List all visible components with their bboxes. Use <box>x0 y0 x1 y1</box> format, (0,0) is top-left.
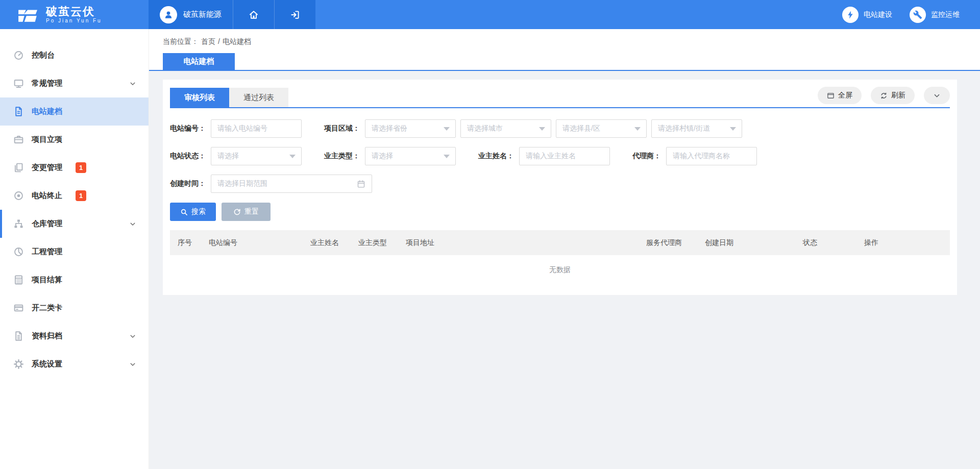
briefcase-icon <box>13 134 24 145</box>
monitor-icon <box>13 78 24 89</box>
sidebar-item-calculator[interactable]: 项目结算 <box>0 266 149 294</box>
nav-monitor-ops[interactable]: 监控运维 <box>910 7 960 23</box>
company-name: 破茧新能源 <box>183 10 222 19</box>
copy-icon <box>13 162 24 173</box>
filter-form: 电站编号： 请输入电站编号 项目区域： 请选择省份请选择城市请选择县/区请选择村… <box>170 108 950 193</box>
breadcrumb: 当前位置： 首页 / 电站建档 <box>163 37 980 46</box>
panel: 审核列表通过列表 全屏 刷新 <box>163 80 957 295</box>
content-area: 审核列表通过列表 全屏 刷新 <box>149 71 980 469</box>
owner-type-label: 业主类型： <box>324 152 360 161</box>
sidebar: 控制台 常规管理 电站建档 项目立项 变更管理 1 电站终止 1 仓库管理 工程… <box>0 29 149 469</box>
fullscreen-icon <box>827 92 835 100</box>
station-status-label: 电站状态： <box>170 152 206 161</box>
sitemap-icon <box>13 218 24 229</box>
user-menu[interactable]: 破茧新能源 <box>149 0 233 29</box>
home-button[interactable] <box>233 0 274 29</box>
calendar-icon <box>357 180 365 188</box>
person-icon <box>163 10 174 20</box>
region-label: 项目区域： <box>324 124 360 133</box>
station-status-select[interactable]: 请选择 <box>211 147 302 165</box>
sidebar-item-archive[interactable]: 资料归档 <box>0 322 149 350</box>
region-select-0[interactable]: 请选择省份 <box>365 119 456 138</box>
notification-badge: 1 <box>76 162 86 173</box>
search-button[interactable]: 搜索 <box>170 203 216 221</box>
chevron-down-icon[interactable] <box>129 333 136 340</box>
table-header-cell: 操作 <box>856 238 950 248</box>
filter-actions: 搜索 重置 <box>170 203 950 221</box>
panel-tab-bar: 审核列表通过列表 全屏 刷新 <box>170 87 950 108</box>
select-caret-icon <box>444 155 450 158</box>
select-caret-icon <box>634 127 641 131</box>
station-no-input[interactable]: 请输入电站编号 <box>211 119 302 138</box>
sidebar-item-dashboard[interactable]: 控制台 <box>0 41 149 69</box>
table-header-cell: 服务代理商 <box>639 238 697 248</box>
sidebar-item-pie[interactable]: 工程管理 <box>0 238 149 266</box>
sidebar-item-doc[interactable]: 电站建档 <box>0 97 149 126</box>
sidebar-item-sitemap[interactable]: 仓库管理 <box>0 210 149 238</box>
breadcrumb-prefix: 当前位置： <box>163 37 199 46</box>
sidebar-item-briefcase[interactable]: 项目立项 <box>0 126 149 154</box>
sidebar-item-copy[interactable]: 变更管理 1 <box>0 154 149 182</box>
chevron-down-icon[interactable] <box>129 361 136 368</box>
sidebar-item-monitor[interactable]: 常规管理 <box>0 69 149 97</box>
nav-station-build[interactable]: 电站建设 <box>842 7 892 23</box>
notification-badge: 1 <box>76 190 86 201</box>
panel-controls: 全屏 刷新 <box>818 87 950 107</box>
panel-tab-0[interactable]: 审核列表 <box>170 88 229 107</box>
sidebar-item-gear[interactable]: 系统设置 <box>0 350 149 378</box>
select-caret-icon <box>444 127 450 131</box>
gear-icon <box>13 359 24 369</box>
table-header-cell: 电站编号 <box>201 238 303 248</box>
reset-button[interactable]: 重置 <box>222 203 271 221</box>
refresh-button[interactable]: 刷新 <box>871 87 915 104</box>
chevron-down-icon[interactable] <box>129 220 136 228</box>
avatar <box>160 6 177 23</box>
login-arrow-icon <box>290 10 300 20</box>
agent-label: 代理商： <box>632 152 661 161</box>
table-header-cell: 项目地址 <box>398 238 639 248</box>
region-select-3[interactable]: 请选择村镇/街道 <box>651 119 742 138</box>
refresh-icon <box>880 92 888 100</box>
collapse-button[interactable] <box>924 87 950 104</box>
owner-name-label: 业主姓名： <box>478 152 514 161</box>
table-header-cell: 业主类型 <box>351 238 398 248</box>
logout-button[interactable] <box>274 0 315 29</box>
panel-tab-1[interactable]: 通过列表 <box>229 88 288 107</box>
search-icon <box>180 208 188 216</box>
brand-logo-icon <box>17 7 39 23</box>
breadcrumb-home[interactable]: 首页 <box>201 37 215 46</box>
dashboard-icon <box>13 50 24 61</box>
wrench-icon <box>910 7 926 23</box>
agent-input[interactable]: 请输入代理商名称 <box>666 147 757 165</box>
target-icon <box>13 190 24 201</box>
page-tab-station-archive[interactable]: 电站建档 <box>163 53 235 70</box>
station-no-label: 电站编号： <box>170 124 206 133</box>
region-select-1[interactable]: 请选择城市 <box>460 119 551 138</box>
date-range-input[interactable]: 请选择日期范围 <box>211 175 372 193</box>
table-header-cell: 序号 <box>170 238 201 248</box>
breadcrumb-current: 电站建档 <box>223 37 251 46</box>
owner-type-select[interactable]: 请选择 <box>365 147 456 165</box>
app-logo[interactable]: 破茧云伏 Po Jian Yun Fu <box>0 0 149 29</box>
region-select-2[interactable]: 请选择县/区 <box>556 119 647 138</box>
header-right: 电站建设 监控运维 <box>842 0 980 29</box>
top-header: 破茧云伏 Po Jian Yun Fu 破茧新能源 电站建设 <box>0 0 980 29</box>
select-caret-icon <box>289 155 296 158</box>
table-header-row: 序号电站编号业主姓名业主类型项目地址服务代理商创建日期状态操作 <box>170 230 950 255</box>
pie-icon <box>13 246 24 257</box>
card-icon <box>13 303 24 313</box>
breadcrumb-separator: / <box>218 37 220 46</box>
table-header-cell: 状态 <box>795 238 856 248</box>
fullscreen-button[interactable]: 全屏 <box>818 87 862 104</box>
header-nav-segment: 破茧新能源 <box>149 0 315 29</box>
calculator-icon <box>13 275 24 285</box>
doc-icon <box>13 106 24 117</box>
chevron-down-icon <box>933 92 941 100</box>
sidebar-item-target[interactable]: 电站终止 1 <box>0 182 149 210</box>
owner-name-input[interactable]: 请输入业主姓名 <box>519 147 610 165</box>
chevron-down-icon[interactable] <box>129 80 136 87</box>
sidebar-item-card[interactable]: 开二类卡 <box>0 294 149 322</box>
main-area: 当前位置： 首页 / 电站建档 电站建档 审核列表通过列表 全屏 <box>149 29 980 469</box>
brand-title: 破茧云伏 <box>46 6 102 18</box>
created-time-label: 创建时间： <box>170 179 206 188</box>
